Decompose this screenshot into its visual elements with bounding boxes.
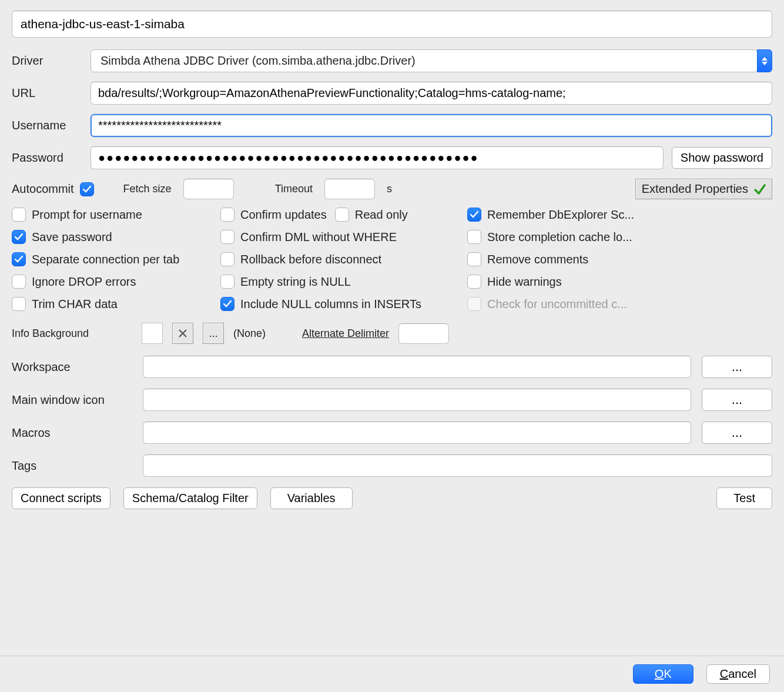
remember-dbexplorer-checkbox[interactable]: Remember DbExplorer Sc... (467, 208, 772, 222)
url-label: URL (12, 86, 82, 100)
url-input[interactable] (91, 82, 772, 105)
info-bg-none-label: (None) (233, 327, 266, 340)
alternate-delimiter-input[interactable] (398, 323, 449, 344)
info-bg-clear-button[interactable] (172, 323, 193, 344)
timeout-unit-label: s (387, 183, 392, 195)
extended-properties-button[interactable]: Extended Properties (635, 179, 772, 199)
include-null-checkbox[interactable]: Include NULL columns in INSERTs (220, 297, 467, 311)
schema-filter-button[interactable]: Schema/Catalog Filter (123, 487, 257, 509)
separate-conn-checkbox[interactable]: Separate connection per tab (12, 252, 220, 266)
main-window-icon-label: Main window icon (12, 393, 132, 407)
tags-input[interactable] (143, 454, 772, 477)
timeout-input[interactable] (324, 179, 375, 199)
driver-select[interactable]: Simbda Athena JDBC Driver (com.simba.ath… (91, 49, 772, 72)
password-label: Password (12, 151, 82, 165)
ok-button[interactable]: OK (633, 664, 693, 684)
confirm-updates-checkbox[interactable]: Confirm updates (220, 208, 327, 222)
timeout-label: Timeout (275, 183, 313, 195)
remove-comments-checkbox[interactable]: Remove comments (467, 252, 772, 266)
tags-label: Tags (12, 459, 132, 473)
rollback-checkbox[interactable]: Rollback before disconnect (220, 252, 467, 266)
show-password-button[interactable]: Show password (672, 147, 772, 169)
workspace-input[interactable] (143, 356, 691, 378)
prompt-username-checkbox[interactable]: Prompt for username (12, 208, 220, 222)
workspace-label: Workspace (12, 360, 132, 374)
info-background-label: Info Background (12, 327, 132, 340)
variables-button[interactable]: Variables (270, 487, 353, 509)
driver-label: Driver (12, 54, 82, 68)
fetchsize-input[interactable] (183, 179, 234, 199)
cancel-button[interactable]: Cancel (706, 664, 770, 684)
autocommit-label: Autocommit (12, 182, 74, 196)
alternate-delimiter-link[interactable]: Alternate Delimiter (302, 327, 389, 340)
store-cache-checkbox[interactable]: Store completion cache lo... (467, 230, 772, 244)
connect-scripts-button[interactable]: Connect scripts (12, 487, 110, 509)
username-input[interactable] (91, 114, 772, 137)
read-only-checkbox[interactable]: Read only (335, 208, 408, 222)
main-window-icon-browse-button[interactable]: ... (702, 389, 772, 411)
test-button[interactable]: Test (716, 487, 772, 509)
empty-null-checkbox[interactable]: Empty string is NULL (220, 275, 467, 289)
save-password-checkbox[interactable]: Save password (12, 230, 220, 244)
autocommit-checkbox[interactable]: Autocommit (12, 182, 94, 196)
main-window-icon-input[interactable] (143, 389, 691, 411)
profile-name-input[interactable] (12, 11, 772, 38)
info-bg-browse-button[interactable]: ... (203, 323, 224, 344)
driver-select-value: Simbda Athena JDBC Driver (com.simba.ath… (91, 49, 758, 72)
hide-warnings-checkbox[interactable]: Hide warnings (467, 275, 772, 289)
x-icon (178, 329, 187, 338)
macros-input[interactable] (143, 422, 691, 444)
username-label: Username (12, 119, 82, 132)
macros-browse-button[interactable]: ... (702, 422, 772, 444)
check-uncommitted-checkbox: Check for uncommitted c... (467, 297, 772, 311)
info-bg-color-swatch[interactable] (142, 323, 163, 344)
workspace-browse-button[interactable]: ... (702, 356, 772, 378)
confirm-dml-checkbox[interactable]: Confirm DML without WHERE (220, 230, 467, 244)
macros-label: Macros (12, 426, 132, 440)
ignore-drop-checkbox[interactable]: Ignore DROP errors (12, 275, 220, 289)
password-input[interactable] (91, 146, 664, 169)
trim-char-checkbox[interactable]: Trim CHAR data (12, 297, 220, 311)
checkbox-checked-icon (80, 182, 94, 196)
checkmark-icon (754, 184, 766, 195)
dropdown-arrows-icon (757, 49, 772, 72)
fetchsize-label: Fetch size (123, 183, 172, 195)
